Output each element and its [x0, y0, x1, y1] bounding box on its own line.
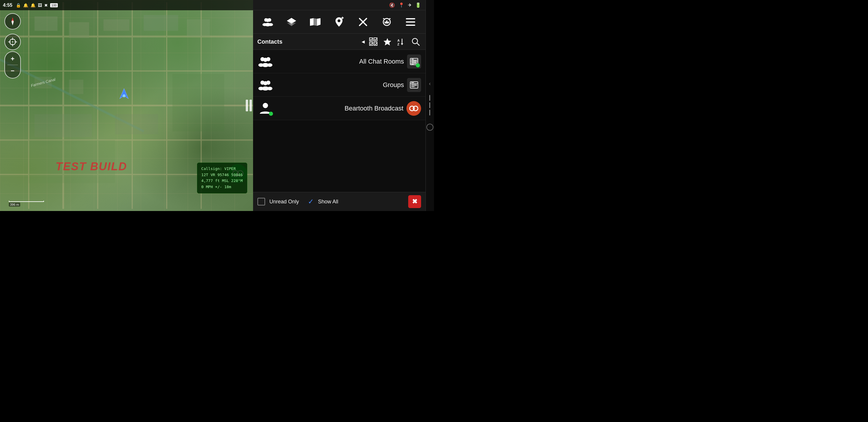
- groups-name: Groups: [274, 81, 407, 89]
- all-chat-rooms-people-icon: [258, 56, 273, 67]
- svg-point-24: [123, 94, 125, 97]
- beartooth-icon-container: [257, 100, 274, 116]
- filter-checkbox-button[interactable]: [368, 36, 379, 47]
- svg-point-55: [385, 21, 386, 22]
- svg-rect-82: [411, 61, 417, 61]
- compass-button[interactable]: [4, 13, 21, 30]
- crosshair-button[interactable]: [4, 34, 21, 50]
- cancel-icon: ✖: [44, 3, 48, 8]
- all-chat-rooms-action-button[interactable]: [407, 55, 421, 69]
- image-icon: 🖼: [38, 3, 42, 8]
- close-panel-button[interactable]: ✖: [408, 195, 421, 208]
- svg-point-56: [388, 21, 389, 22]
- airplane-icon: ✈: [408, 2, 412, 8]
- close-toolbar-button[interactable]: [354, 13, 372, 31]
- test-build-label: TEST BUILD: [56, 160, 127, 173]
- people-toolbar-button[interactable]: [259, 13, 277, 31]
- callsign-line1: Callsign: VIPER: [202, 166, 243, 172]
- right-panel: 🔇 📍 ✈ 🔋: [253, 0, 426, 211]
- status-time: 4:55: [3, 3, 12, 8]
- pause-bar-1: [246, 100, 248, 111]
- notification-icon: 🔔: [23, 3, 28, 8]
- svg-point-90: [262, 87, 269, 91]
- all-chat-rooms-green-dot: [416, 63, 420, 67]
- status-bar: 4:55 🔒 🔔 🔔 🖼 ✖ 100: [0, 0, 253, 10]
- location-icon: 📍: [399, 2, 404, 8]
- map-view[interactable]: Farmers Canal TEST BUILD 4:55 🔒 🔔 🔔 🖼 ✖ …: [0, 0, 253, 211]
- contacts-dropdown-arrow[interactable]: ◀: [362, 39, 365, 44]
- svg-marker-68: [401, 43, 403, 45]
- layers-toolbar-button[interactable]: [283, 13, 300, 31]
- beartooth-broadcast-item[interactable]: Beartooth Broadcast: [253, 97, 426, 120]
- empty-contact-area: [253, 120, 426, 192]
- svg-rect-58: [406, 22, 415, 23]
- svg-text:Z: Z: [397, 42, 399, 46]
- svg-rect-94: [411, 85, 417, 86]
- groups-item[interactable]: Groups: [253, 73, 426, 97]
- favorites-button[interactable]: [382, 36, 393, 47]
- svg-marker-47: [317, 18, 320, 26]
- battery100-icon: 100: [50, 3, 58, 7]
- svg-rect-14: [103, 19, 129, 31]
- svg-rect-83: [411, 62, 417, 63]
- svg-point-27: [12, 21, 13, 22]
- svg-point-87: [264, 81, 268, 85]
- lock-icon: 🔒: [16, 3, 21, 8]
- zoom-out-button[interactable]: −: [5, 65, 20, 77]
- beartooth-broadcast-icon: [409, 105, 418, 112]
- beartooth-broadcast-name: Beartooth Broadcast: [274, 105, 406, 112]
- callsign-line2: 12T VR 95746 59846: [202, 172, 243, 178]
- svg-rect-21: [173, 74, 224, 131]
- unread-only-checkbox[interactable]: [257, 198, 265, 205]
- aircraft-marker: [117, 87, 131, 102]
- svg-rect-18: [69, 80, 83, 94]
- all-chat-rooms-item[interactable]: All Chat Rooms: [253, 50, 426, 73]
- search-button[interactable]: [410, 36, 421, 47]
- callsign-line4: 0 MPH +/- 18m: [202, 184, 243, 190]
- compass-icon: [8, 17, 17, 26]
- menu-toolbar-button[interactable]: [402, 13, 419, 31]
- bottom-bar: Unread Only ✓ Show All ✖: [253, 192, 426, 211]
- svg-point-33: [12, 41, 13, 42]
- svg-point-48: [338, 19, 340, 22]
- groups-action-button[interactable]: [407, 78, 421, 92]
- top-toolbar: [253, 10, 426, 34]
- svg-rect-16: [187, 19, 210, 37]
- collapse-handle[interactable]: ‹: [426, 0, 434, 211]
- status-icons: 🔒 🔔 🔔 🖼 ✖ 100: [16, 3, 58, 8]
- svg-point-73: [264, 58, 268, 62]
- groups-icon-container: [257, 77, 274, 93]
- all-chat-rooms-icon-container: [257, 53, 274, 69]
- svg-rect-13: [69, 22, 89, 38]
- radio-button[interactable]: [426, 124, 433, 131]
- groups-action-icon: [410, 82, 418, 89]
- svg-rect-57: [406, 18, 415, 19]
- notification2-icon: 🔔: [31, 3, 35, 8]
- show-all-checkmark: ✓: [308, 197, 314, 206]
- location-add-toolbar-button[interactable]: [330, 13, 348, 31]
- battery-icon: 🔋: [415, 2, 421, 8]
- svg-rect-96: [411, 83, 414, 83]
- svg-point-76: [262, 63, 269, 67]
- svg-rect-19: [35, 114, 92, 137]
- zoom-control[interactable]: + −: [4, 51, 21, 78]
- zoom-in-button[interactable]: +: [5, 53, 20, 65]
- svg-point-41: [265, 23, 271, 26]
- beartooth-action-button[interactable]: [406, 101, 421, 116]
- dog-toolbar-button[interactable]: [378, 13, 396, 31]
- map-toolbar-button[interactable]: [306, 13, 324, 31]
- unread-only-label: Unread Only: [270, 199, 299, 205]
- svg-point-99: [413, 106, 418, 111]
- callsign-line3: 4,777 ft MSL 228°M: [202, 178, 243, 184]
- collapse-chevron-icon: ‹: [429, 80, 431, 87]
- show-all-label: Show All: [318, 199, 338, 205]
- svg-marker-64: [383, 38, 391, 45]
- all-chat-rooms-name: All Chat Rooms: [274, 58, 407, 65]
- svg-rect-20: [115, 114, 158, 134]
- crosshair-icon: [8, 37, 17, 46]
- contacts-header: Contacts ◀: [253, 34, 426, 50]
- pause-bar-2: [250, 100, 252, 111]
- svg-line-70: [417, 43, 419, 45]
- mute-icon: 🔇: [389, 2, 395, 8]
- sort-az-button[interactable]: A Z: [396, 36, 407, 47]
